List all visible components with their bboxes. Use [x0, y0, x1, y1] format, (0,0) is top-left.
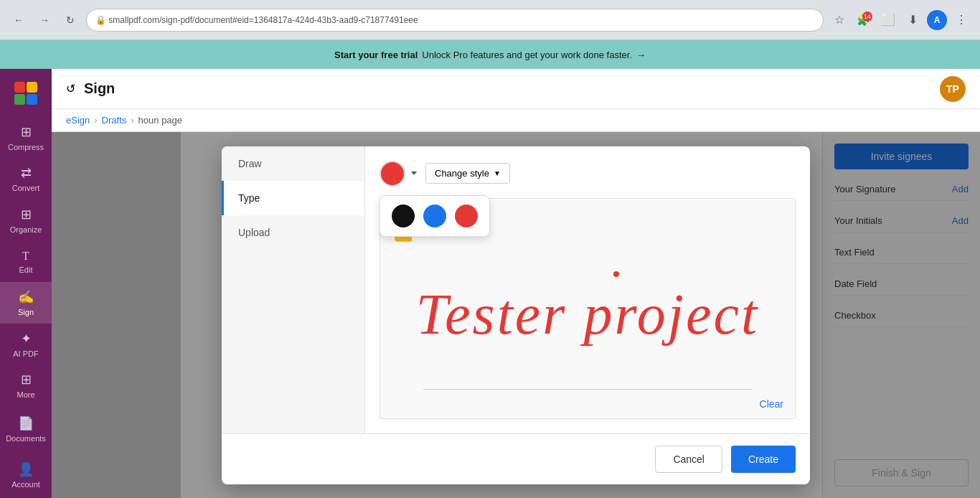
- sidebar-item-documents[interactable]: 📄 Documents: [0, 406, 52, 452]
- logo-cell-blue: [27, 94, 37, 105]
- sidebar-label-organize: Organize: [10, 225, 42, 234]
- color-option-black[interactable]: [392, 205, 415, 227]
- sidebar-item-organize[interactable]: ⊞ Organize: [0, 199, 52, 241]
- change-style-label: Change style: [435, 168, 489, 179]
- tab-type[interactable]: Type: [222, 181, 364, 215]
- breadcrumb-sep-2: ›: [131, 115, 133, 126]
- sidebar-item-more[interactable]: ⊞ More: [0, 365, 52, 406]
- tab-upload-label: Upload: [238, 227, 270, 238]
- signature-svg: Tester project: [401, 251, 774, 366]
- promo-arrow: →: [636, 50, 646, 60]
- notif-badge: 14: [862, 11, 872, 22]
- more-icon: ⊞: [21, 372, 32, 387]
- main-content: ↺ Sign TP eSign › Drafts › houn page Inv…: [52, 69, 980, 498]
- app-layout: ⊞ Compress ⇄ Convert ⊞ Organize T Edit ✍…: [0, 69, 980, 498]
- sidebar-item-sign[interactable]: ✍ Sign: [0, 282, 52, 324]
- sidebar-label-more: More: [17, 390, 34, 399]
- user-avatar[interactable]: TP: [940, 76, 966, 102]
- breadcrumb-drafts[interactable]: Drafts: [102, 115, 127, 126]
- sidebar: ⊞ Compress ⇄ Convert ⊞ Organize T Edit ✍…: [0, 69, 52, 498]
- breadcrumb-esign[interactable]: eSign: [66, 115, 90, 126]
- logo-cell-green: [14, 94, 25, 105]
- sidebar-item-edit[interactable]: T Edit: [0, 241, 52, 283]
- lock-icon: 🔒: [95, 15, 108, 25]
- color-picker-wrapper[interactable]: [380, 161, 417, 187]
- modal-body: Draw Type Upload: [222, 146, 810, 433]
- account-icon: 👤: [18, 461, 34, 477]
- svg-text:Tester project: Tester project: [416, 283, 759, 346]
- modal-tabs: Draw Type Upload: [222, 146, 365, 433]
- sidebar-label-edit: Edit: [19, 266, 33, 274]
- sidebar-label-aipdf: AI PDF: [13, 349, 38, 358]
- profile-icon[interactable]: A: [927, 10, 947, 30]
- top-bar: ↺ Sign TP: [52, 69, 980, 109]
- refresh-button[interactable]: ↻: [60, 10, 80, 30]
- signature-line: [423, 389, 752, 390]
- sidebar-logo[interactable]: [0, 69, 52, 117]
- tab-draw-label: Draw: [238, 158, 262, 169]
- breadcrumb-current: houn page: [138, 115, 182, 126]
- cancel-button[interactable]: Cancel: [655, 446, 722, 473]
- sidebar-label-documents: Documents: [6, 434, 46, 443]
- address-bar[interactable]: 🔒 smallpdf.com/sign-pdf/document#eid=136…: [86, 9, 824, 32]
- color-option-red[interactable]: [455, 205, 478, 227]
- logo-cell-red: [14, 82, 25, 93]
- sidebar-bottom: 📄 Documents 👤 Account: [0, 406, 52, 498]
- sidebar-label-sign: Sign: [18, 308, 34, 316]
- compress-icon: ⊞: [21, 124, 32, 140]
- signature-modal: Draw Type Upload: [222, 146, 810, 484]
- logo-grid: [14, 82, 37, 105]
- sidebar-label-convert: Convert: [12, 184, 40, 192]
- doc-area: Invite signees Your Signature Add Your I…: [52, 132, 980, 498]
- sign-icon: ✍: [18, 289, 34, 305]
- sidebar-item-aipdf[interactable]: ✦ AI PDF: [0, 324, 52, 365]
- change-style-button[interactable]: Change style ▼: [425, 163, 510, 184]
- breadcrumb: eSign › Drafts › houn page: [52, 109, 980, 132]
- url-text: smallpdf.com/sign-pdf/document#eid=13648…: [108, 15, 418, 25]
- change-style-chevron-icon: ▼: [494, 169, 501, 177]
- modal-toolbar: Change style ▼: [380, 161, 796, 187]
- modal-overlay: Draw Type Upload: [52, 132, 980, 498]
- breadcrumb-sep-1: ›: [94, 115, 97, 126]
- tab-type-label: Type: [238, 192, 260, 204]
- sidebar-item-compress[interactable]: ⊞ Compress: [0, 117, 52, 159]
- edit-icon: T: [22, 250, 29, 263]
- promo-cta: Start your free trial: [334, 50, 418, 60]
- star-button[interactable]: ☆: [829, 10, 849, 30]
- menu-button[interactable]: ⋮: [951, 10, 971, 30]
- color-dropdown-arrow: [411, 172, 417, 175]
- puzzle-button[interactable]: ⬜: [878, 10, 898, 30]
- download-button[interactable]: ⬇: [903, 10, 923, 30]
- page-title: Sign: [84, 80, 115, 97]
- selected-color-btn[interactable]: [380, 161, 405, 187]
- modal-footer: Cancel Create: [222, 433, 810, 484]
- logo-cell-yellow: [27, 82, 37, 93]
- extensions-button[interactable]: 🧩 14: [854, 10, 874, 30]
- sidebar-label-account: Account: [11, 480, 40, 489]
- back-button[interactable]: ←: [9, 10, 29, 30]
- svg-point-1: [613, 271, 619, 277]
- forward-button[interactable]: →: [34, 10, 55, 30]
- tab-draw[interactable]: Draw: [222, 146, 364, 181]
- color-option-blue[interactable]: [423, 205, 446, 227]
- convert-icon: ⇄: [21, 165, 32, 181]
- clear-button[interactable]: Clear: [760, 398, 783, 410]
- aipdf-icon: ✦: [21, 331, 32, 347]
- chrome-toolbar-icons: ☆ 🧩 14 ⬜ ⬇ A ⋮: [829, 10, 971, 30]
- modal-main: Change style ▼: [365, 146, 810, 433]
- color-dropdown: [380, 195, 490, 237]
- tab-upload[interactable]: Upload: [222, 215, 364, 250]
- back-nav-button[interactable]: ↺: [66, 82, 75, 95]
- promo-text: Unlock Pro features and get your work do…: [422, 50, 632, 60]
- chrome-browser-bar: ← → ↻ 🔒 smallpdf.com/sign-pdf/document#e…: [0, 0, 980, 40]
- organize-icon: ⊞: [21, 207, 32, 222]
- sidebar-item-account[interactable]: 👤 Account: [0, 452, 52, 498]
- sidebar-label-compress: Compress: [8, 143, 44, 151]
- create-button[interactable]: Create: [731, 446, 796, 473]
- sidebar-item-convert[interactable]: ⇄ Convert: [0, 159, 52, 200]
- documents-icon: 📄: [18, 415, 34, 431]
- promo-banner: Start your free trial Unlock Pro feature…: [0, 40, 980, 69]
